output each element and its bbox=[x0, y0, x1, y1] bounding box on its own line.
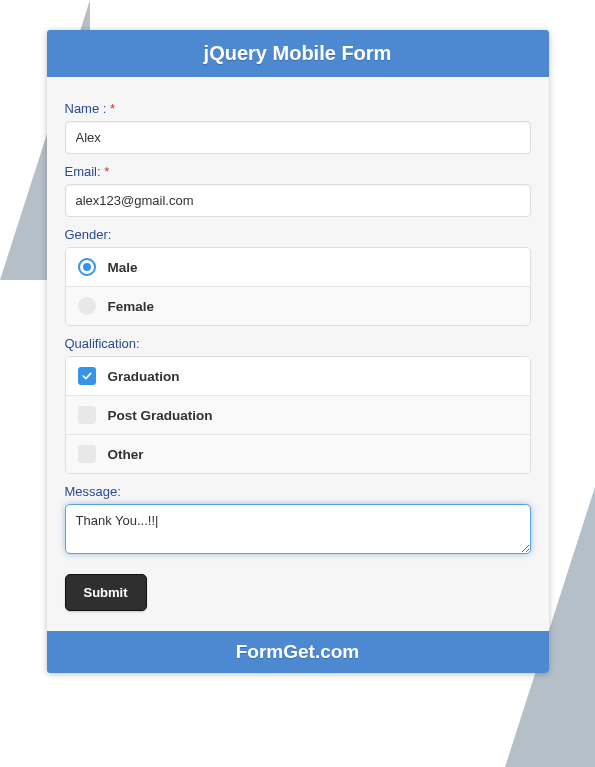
submit-button[interactable]: Submit bbox=[65, 574, 147, 611]
required-marker: * bbox=[104, 164, 109, 179]
gender-group: Male Female bbox=[65, 247, 531, 326]
email-input[interactable] bbox=[65, 184, 531, 217]
qualification-label: Qualification: bbox=[65, 336, 531, 351]
checkbox-on-icon bbox=[78, 367, 96, 385]
radio-off-icon bbox=[78, 297, 96, 315]
name-label: Name : * bbox=[65, 101, 531, 116]
required-marker: * bbox=[110, 101, 115, 116]
checkbox-off-icon bbox=[78, 445, 96, 463]
checkbox-label: Graduation bbox=[108, 369, 180, 384]
card-header: jQuery Mobile Form bbox=[47, 30, 549, 77]
card-footer: FormGet.com bbox=[47, 631, 549, 673]
email-label-text: Email: bbox=[65, 164, 101, 179]
radio-on-icon bbox=[78, 258, 96, 276]
radio-label: Male bbox=[108, 260, 138, 275]
checkbox-label: Other bbox=[108, 447, 144, 462]
message-textarea[interactable] bbox=[65, 504, 531, 554]
checkbox-other[interactable]: Other bbox=[66, 434, 530, 473]
gender-label: Gender: bbox=[65, 227, 531, 242]
radio-label: Female bbox=[108, 299, 155, 314]
name-label-text: Name : bbox=[65, 101, 107, 116]
checkbox-off-icon bbox=[78, 406, 96, 424]
radio-male[interactable]: Male bbox=[66, 248, 530, 286]
name-input[interactable] bbox=[65, 121, 531, 154]
checkbox-label: Post Graduation bbox=[108, 408, 213, 423]
message-label: Message: bbox=[65, 484, 531, 499]
form-card: jQuery Mobile Form Name : * Email: * Gen… bbox=[47, 30, 549, 673]
form-body: Name : * Email: * Gender: Male Female Qu… bbox=[47, 77, 549, 631]
checkbox-post-graduation[interactable]: Post Graduation bbox=[66, 395, 530, 434]
email-label: Email: * bbox=[65, 164, 531, 179]
page-title: jQuery Mobile Form bbox=[204, 42, 392, 64]
checkbox-graduation[interactable]: Graduation bbox=[66, 357, 530, 395]
radio-female[interactable]: Female bbox=[66, 286, 530, 325]
qualification-group: Graduation Post Graduation Other bbox=[65, 356, 531, 474]
footer-text: FormGet.com bbox=[236, 641, 360, 662]
